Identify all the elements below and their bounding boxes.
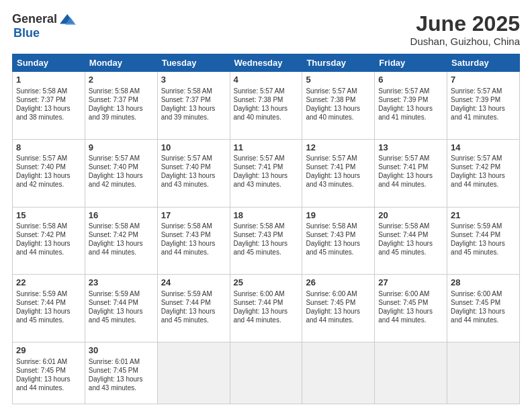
day-cell: 19Sunrise: 5:58 AM Sunset: 7:43 PM Dayli… — [302, 207, 375, 275]
day-cell: 4Sunrise: 5:57 AM Sunset: 7:38 PM Daylig… — [230, 72, 302, 140]
day-number: 14 — [451, 142, 516, 154]
day-number: 2 — [89, 74, 154, 86]
day-number: 11 — [234, 142, 299, 154]
calendar: Sunday Monday Tuesday Wednesday Thursday… — [12, 54, 520, 404]
day-cell — [375, 342, 447, 404]
title-section: June 2025 Dushan, Guizhou, China — [410, 12, 520, 47]
day-info: Sunrise: 6:00 AM Sunset: 7:45 PM Dayligh… — [306, 289, 371, 324]
day-info: Sunrise: 6:01 AM Sunset: 7:45 PM Dayligh… — [16, 357, 81, 392]
day-cell: 10Sunrise: 5:57 AM Sunset: 7:40 PM Dayli… — [157, 139, 230, 207]
day-info: Sunrise: 5:57 AM Sunset: 7:42 PM Dayligh… — [451, 154, 516, 189]
day-cell: 6Sunrise: 5:57 AM Sunset: 7:39 PM Daylig… — [375, 72, 447, 140]
col-wednesday: Wednesday — [230, 54, 302, 72]
day-info: Sunrise: 5:59 AM Sunset: 7:44 PM Dayligh… — [89, 289, 154, 324]
day-cell: 25Sunrise: 6:00 AM Sunset: 7:44 PM Dayli… — [230, 275, 302, 342]
day-info: Sunrise: 5:57 AM Sunset: 7:38 PM Dayligh… — [306, 87, 371, 122]
day-number: 29 — [16, 345, 81, 357]
day-number: 27 — [378, 277, 443, 289]
week-row-0: 1Sunrise: 5:58 AM Sunset: 7:37 PM Daylig… — [13, 72, 520, 140]
day-info: Sunrise: 5:58 AM Sunset: 7:37 PM Dayligh… — [16, 87, 81, 122]
day-info: Sunrise: 6:00 AM Sunset: 7:44 PM Dayligh… — [234, 289, 299, 324]
day-info: Sunrise: 5:57 AM Sunset: 7:41 PM Dayligh… — [306, 154, 371, 189]
day-number: 15 — [16, 210, 81, 222]
col-sunday: Sunday — [13, 54, 85, 72]
day-info: Sunrise: 5:58 AM Sunset: 7:43 PM Dayligh… — [161, 222, 226, 257]
day-cell: 11Sunrise: 5:57 AM Sunset: 7:41 PM Dayli… — [230, 139, 302, 207]
day-cell: 7Sunrise: 5:57 AM Sunset: 7:39 PM Daylig… — [447, 72, 520, 140]
day-number: 20 — [378, 210, 443, 222]
day-cell: 5Sunrise: 5:57 AM Sunset: 7:38 PM Daylig… — [302, 72, 375, 140]
page: General Blue June 2025 Dushan, Guizhou, … — [0, 0, 532, 411]
day-number: 28 — [451, 277, 516, 289]
day-number: 1 — [16, 74, 81, 86]
day-number: 25 — [234, 277, 299, 289]
day-cell — [157, 342, 230, 404]
day-cell: 14Sunrise: 5:57 AM Sunset: 7:42 PM Dayli… — [447, 139, 520, 207]
col-tuesday: Tuesday — [157, 54, 230, 72]
day-cell: 22Sunrise: 5:59 AM Sunset: 7:44 PM Dayli… — [13, 275, 85, 342]
day-info: Sunrise: 5:59 AM Sunset: 7:44 PM Dayligh… — [161, 289, 226, 324]
day-info: Sunrise: 6:00 AM Sunset: 7:45 PM Dayligh… — [451, 289, 516, 324]
header-row: Sunday Monday Tuesday Wednesday Thursday… — [13, 54, 520, 72]
day-number: 16 — [89, 210, 154, 222]
day-cell: 21Sunrise: 5:59 AM Sunset: 7:44 PM Dayli… — [447, 207, 520, 275]
day-number: 12 — [306, 142, 371, 154]
col-monday: Monday — [85, 54, 157, 72]
day-info: Sunrise: 5:57 AM Sunset: 7:41 PM Dayligh… — [378, 154, 443, 189]
week-row-2: 15Sunrise: 5:58 AM Sunset: 7:42 PM Dayli… — [13, 207, 520, 275]
day-number: 21 — [451, 210, 516, 222]
day-info: Sunrise: 5:58 AM Sunset: 7:43 PM Dayligh… — [306, 222, 371, 257]
day-info: Sunrise: 5:58 AM Sunset: 7:42 PM Dayligh… — [89, 222, 154, 257]
day-info: Sunrise: 5:58 AM Sunset: 7:37 PM Dayligh… — [89, 87, 154, 122]
day-cell: 20Sunrise: 5:58 AM Sunset: 7:44 PM Dayli… — [375, 207, 447, 275]
day-cell: 2Sunrise: 5:58 AM Sunset: 7:37 PM Daylig… — [85, 72, 157, 140]
logo-icon — [60, 13, 76, 26]
day-info: Sunrise: 5:58 AM Sunset: 7:37 PM Dayligh… — [161, 87, 226, 122]
day-info: Sunrise: 5:57 AM Sunset: 7:40 PM Dayligh… — [89, 154, 154, 189]
day-number: 23 — [89, 277, 154, 289]
day-info: Sunrise: 5:58 AM Sunset: 7:44 PM Dayligh… — [378, 222, 443, 257]
day-cell: 3Sunrise: 5:58 AM Sunset: 7:37 PM Daylig… — [157, 72, 230, 140]
day-number: 17 — [161, 210, 226, 222]
day-cell: 16Sunrise: 5:58 AM Sunset: 7:42 PM Dayli… — [85, 207, 157, 275]
day-cell: 9Sunrise: 5:57 AM Sunset: 7:40 PM Daylig… — [85, 139, 157, 207]
day-number: 6 — [378, 74, 443, 86]
location-subtitle: Dushan, Guizhou, China — [410, 36, 520, 47]
day-info: Sunrise: 5:57 AM Sunset: 7:39 PM Dayligh… — [451, 87, 516, 122]
logo-blue: Blue — [13, 26, 40, 40]
day-info: Sunrise: 6:01 AM Sunset: 7:45 PM Dayligh… — [89, 357, 154, 392]
day-number: 4 — [234, 74, 299, 86]
day-cell — [447, 342, 520, 404]
day-info: Sunrise: 5:57 AM Sunset: 7:38 PM Dayligh… — [234, 87, 299, 122]
day-info: Sunrise: 5:58 AM Sunset: 7:43 PM Dayligh… — [234, 222, 299, 257]
day-number: 7 — [451, 74, 516, 86]
day-number: 18 — [234, 210, 299, 222]
col-saturday: Saturday — [447, 54, 520, 72]
day-number: 24 — [161, 277, 226, 289]
day-cell: 30Sunrise: 6:01 AM Sunset: 7:45 PM Dayli… — [85, 342, 157, 404]
day-cell — [302, 342, 375, 404]
day-cell: 26Sunrise: 6:00 AM Sunset: 7:45 PM Dayli… — [302, 275, 375, 342]
day-number: 19 — [306, 210, 371, 222]
day-cell: 28Sunrise: 6:00 AM Sunset: 7:45 PM Dayli… — [447, 275, 520, 342]
day-number: 3 — [161, 74, 226, 86]
day-info: Sunrise: 5:57 AM Sunset: 7:39 PM Dayligh… — [378, 87, 443, 122]
day-cell: 27Sunrise: 6:00 AM Sunset: 7:45 PM Dayli… — [375, 275, 447, 342]
month-title: June 2025 — [410, 12, 520, 36]
day-cell: 17Sunrise: 5:58 AM Sunset: 7:43 PM Dayli… — [157, 207, 230, 275]
day-info: Sunrise: 5:57 AM Sunset: 7:40 PM Dayligh… — [16, 154, 81, 189]
day-cell: 24Sunrise: 5:59 AM Sunset: 7:44 PM Dayli… — [157, 275, 230, 342]
logo-general: General — [12, 12, 57, 26]
day-info: Sunrise: 5:57 AM Sunset: 7:40 PM Dayligh… — [161, 154, 226, 189]
day-number: 26 — [306, 277, 371, 289]
day-cell: 12Sunrise: 5:57 AM Sunset: 7:41 PM Dayli… — [302, 139, 375, 207]
day-cell: 15Sunrise: 5:58 AM Sunset: 7:42 PM Dayli… — [13, 207, 85, 275]
day-cell: 1Sunrise: 5:58 AM Sunset: 7:37 PM Daylig… — [13, 72, 85, 140]
day-cell: 8Sunrise: 5:57 AM Sunset: 7:40 PM Daylig… — [13, 139, 85, 207]
day-info: Sunrise: 5:59 AM Sunset: 7:44 PM Dayligh… — [16, 289, 81, 324]
week-row-3: 22Sunrise: 5:59 AM Sunset: 7:44 PM Dayli… — [13, 275, 520, 342]
top-section: General Blue June 2025 Dushan, Guizhou, … — [12, 12, 520, 47]
day-cell: 18Sunrise: 5:58 AM Sunset: 7:43 PM Dayli… — [230, 207, 302, 275]
week-row-4: 29Sunrise: 6:01 AM Sunset: 7:45 PM Dayli… — [13, 342, 520, 404]
day-cell: 13Sunrise: 5:57 AM Sunset: 7:41 PM Dayli… — [375, 139, 447, 207]
